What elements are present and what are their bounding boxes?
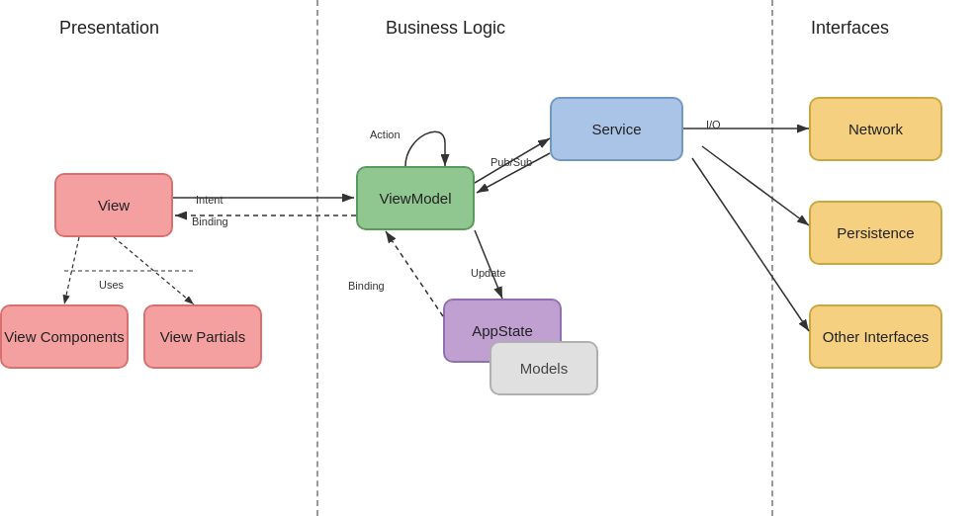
divider-right (771, 0, 773, 516)
view-box: View (54, 173, 173, 237)
view-partials-box: View Partials (143, 304, 262, 369)
uses-label: Uses (99, 279, 124, 291)
view-components-box: View Components (0, 304, 129, 369)
pub-sub-label: Pub/Sub (490, 156, 532, 168)
divider-left (316, 0, 318, 516)
update-label: Update (471, 267, 505, 279)
svg-line-12 (475, 230, 502, 299)
diagram-container: Presentation Business Logic Interfaces V… (0, 0, 980, 516)
other-interfaces-box: Other Interfaces (809, 304, 942, 369)
service-box: Service (550, 97, 683, 161)
section-presentation: Presentation (59, 18, 159, 39)
models-box: Models (490, 341, 598, 395)
binding-label: Binding (192, 215, 228, 227)
svg-line-10 (702, 146, 809, 225)
io-label: I/O (706, 119, 721, 130)
svg-line-11 (692, 158, 809, 331)
action-label: Action (370, 129, 401, 140)
svg-line-13 (386, 231, 443, 316)
section-interfaces: Interfaces (811, 18, 889, 39)
network-box: Network (809, 97, 942, 161)
svg-line-4 (64, 237, 79, 304)
viewmodel-box: ViewModel (356, 166, 475, 230)
binding2-label: Binding (348, 280, 385, 292)
section-business-logic: Business Logic (386, 18, 505, 39)
intent-label: Intent (196, 194, 223, 206)
svg-line-5 (114, 237, 194, 304)
persistence-box: Persistence (809, 201, 942, 265)
